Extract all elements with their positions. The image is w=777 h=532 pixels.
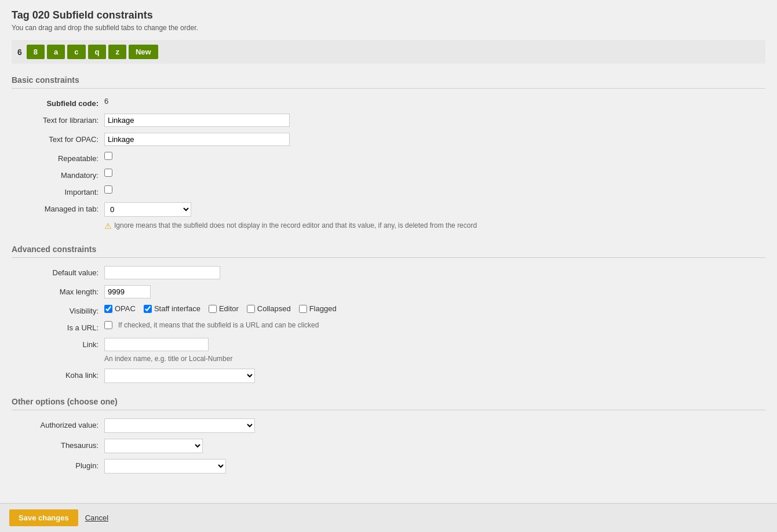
visibility-editor-checkbox[interactable] (209, 305, 217, 313)
subfield-code-value: 6 (104, 97, 108, 105)
visibility-opac-checkbox[interactable] (104, 305, 112, 313)
repeatable-checkbox[interactable] (104, 152, 112, 160)
visibility-staff-label: Staff interface (154, 304, 200, 313)
visibility-staff: Staff interface (144, 304, 200, 313)
text-opac-label: Text for OPAC: (12, 133, 104, 144)
plugin-select[interactable] (104, 459, 226, 473)
link-row: Link: An index name, e.g. title or Local… (12, 338, 765, 363)
subfield-code-label: Subfield code: (12, 97, 104, 108)
managed-in-tab-select[interactable]: 0 1 2 3 4 5 6 7 8 9 Ignore (104, 202, 191, 217)
basic-constraints-title: Basic constraints (12, 75, 765, 89)
visibility-staff-checkbox[interactable] (144, 305, 152, 313)
text-opac-row: Text for OPAC: (12, 133, 765, 146)
visibility-flagged-label: Flagged (309, 304, 337, 313)
warning-icon: ⚠ (104, 221, 112, 231)
tab-z[interactable]: z (108, 45, 126, 59)
is-url-checkbox[interactable] (104, 321, 112, 329)
koha-link-select[interactable] (104, 369, 255, 383)
visibility-collapsed-label: Collapsed (257, 304, 291, 313)
tab-q[interactable]: q (88, 45, 107, 59)
visibility-opac-label: OPAC (115, 304, 136, 313)
plugin-row: Plugin: (12, 459, 765, 473)
max-length-label: Max length: (12, 285, 104, 296)
advanced-constraints-title: Advanced constraints (12, 245, 765, 258)
default-value-row: Default value: (12, 266, 765, 279)
repeatable-row: Repeatable: (12, 152, 765, 163)
tab-number: 6 (17, 48, 22, 57)
mandatory-row: Mandatory: (12, 169, 765, 180)
max-length-row: Max length: (12, 285, 765, 298)
visibility-flagged: Flagged (299, 304, 337, 313)
important-label: Important: (12, 185, 104, 196)
authorized-value-select[interactable] (104, 418, 255, 433)
link-hint: An index name, e.g. title or Local-Numbe… (104, 355, 232, 363)
basic-constraints-section: Basic constraints Subfield code: 6 Text … (12, 75, 765, 231)
other-options-title: Other options (choose one) (12, 397, 765, 410)
is-url-row: Is a URL: If checked, it means that the … (12, 321, 765, 332)
authorized-value-row: Authorized value: (12, 418, 765, 433)
max-length-input[interactable] (104, 285, 151, 298)
managed-in-tab-row: Managed in tab: 0 1 2 3 4 5 6 7 8 9 Igno… (12, 202, 765, 231)
tab-c[interactable]: c (67, 45, 85, 59)
is-url-label: Is a URL: (12, 321, 104, 332)
managed-in-tab-label: Managed in tab: (12, 202, 104, 213)
thesaurus-label: Thesaurus: (12, 439, 104, 450)
important-row: Important: (12, 185, 765, 196)
visibility-flagged-checkbox[interactable] (299, 305, 307, 313)
page-subtitle: You can drag and drop the subfield tabs … (12, 24, 765, 32)
koha-link-row: Koha link: (12, 369, 765, 383)
tab-new[interactable]: New (129, 45, 158, 59)
footer-bar: Save changes Cancel (0, 503, 777, 532)
plugin-label: Plugin: (12, 459, 104, 470)
save-button[interactable]: Save changes (9, 509, 78, 526)
advanced-constraints-section: Advanced constraints Default value: Max … (12, 245, 765, 383)
subfield-code-row: Subfield code: 6 (12, 97, 765, 108)
is-url-hint: If checked, it means that the subfield i… (118, 321, 319, 329)
text-librarian-row: Text for librarian: (12, 114, 765, 127)
text-opac-input[interactable] (104, 133, 290, 146)
authorized-value-label: Authorized value: (12, 418, 104, 429)
other-options-section: Other options (choose one) Authorized va… (12, 397, 765, 473)
link-input[interactable] (104, 338, 209, 351)
tab-8[interactable]: 8 (27, 45, 45, 59)
mandatory-label: Mandatory: (12, 169, 104, 180)
mandatory-checkbox[interactable] (104, 169, 112, 177)
visibility-editor: Editor (209, 304, 239, 313)
tabs-container: 6 8 a c q z New (12, 40, 765, 64)
visibility-row: Visibility: OPAC Staff interface Editor (12, 304, 765, 315)
default-value-label: Default value: (12, 266, 104, 277)
visibility-opac: OPAC (104, 304, 136, 313)
text-librarian-label: Text for librarian: (12, 114, 104, 125)
tab-a[interactable]: a (47, 45, 65, 59)
link-label: Link: (12, 338, 104, 349)
repeatable-label: Repeatable: (12, 152, 104, 163)
cancel-button[interactable]: Cancel (85, 513, 108, 522)
visibility-label: Visibility: (12, 304, 104, 315)
important-checkbox[interactable] (104, 185, 112, 194)
text-librarian-input[interactable] (104, 114, 290, 127)
thesaurus-select[interactable] (104, 439, 203, 453)
visibility-collapsed: Collapsed (247, 304, 291, 313)
visibility-collapsed-checkbox[interactable] (247, 305, 255, 313)
visibility-editor-label: Editor (219, 304, 239, 313)
page-title: Tag 020 Subfield constraints (12, 9, 765, 21)
thesaurus-row: Thesaurus: (12, 439, 765, 453)
managed-in-tab-warning: ⚠ Ignore means that the subfield does no… (104, 221, 477, 231)
default-value-input[interactable] (104, 266, 220, 279)
visibility-options: OPAC Staff interface Editor Collapsed (104, 304, 337, 313)
koha-link-label: Koha link: (12, 369, 104, 380)
